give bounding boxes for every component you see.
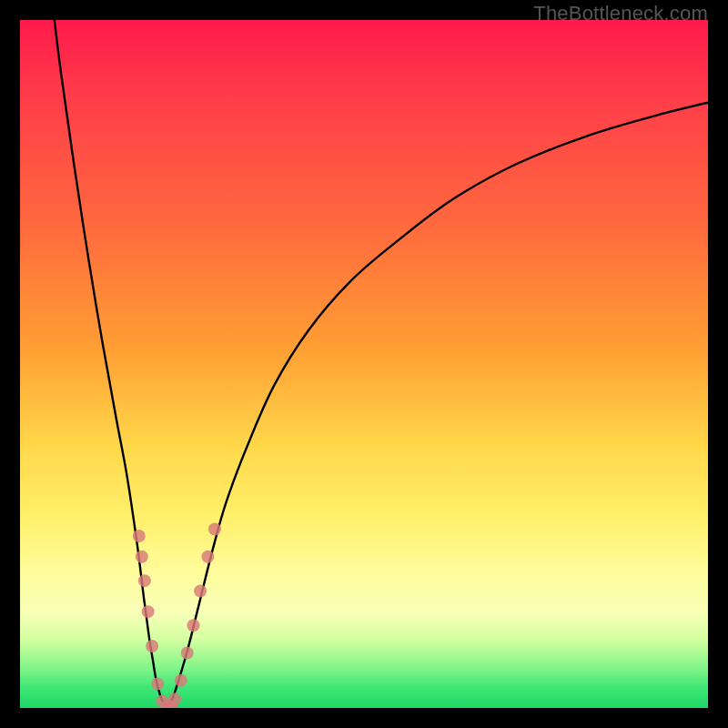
watermark-text: TheBottleneck.com <box>533 2 708 25</box>
chart-frame: TheBottleneck.com <box>0 0 728 728</box>
plot-area <box>20 20 708 708</box>
gradient-background <box>20 20 708 708</box>
